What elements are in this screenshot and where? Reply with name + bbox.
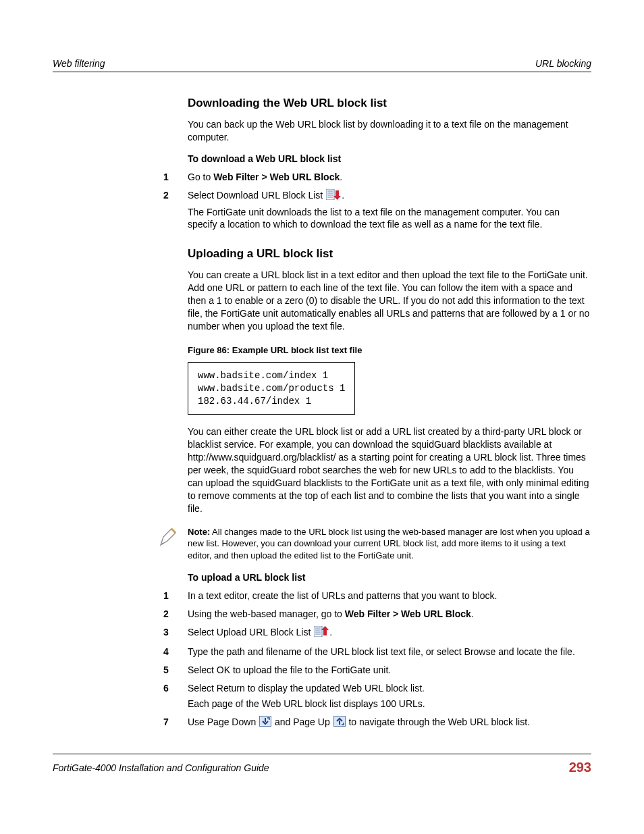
download-list-icon [326,189,341,203]
step-sub-text: The FortiGate unit downloads the list to… [188,206,591,232]
footer-title: FortiGate-4000 Installation and Configur… [53,762,269,773]
note-pencil-icon [157,526,188,562]
upload-list-icon [314,626,329,640]
proc-title-upload: To upload a URL block list [188,572,591,583]
section-title-uploading: Uploading a URL block list [188,247,591,261]
step-body: Select Upload URL Block List . [188,626,591,640]
header-left: Web filtering [53,58,105,69]
footer-rule [53,754,591,754]
page: Web filtering URL blocking Downloading t… [0,0,644,802]
menu-path: Web Filter > Web URL Block [345,608,471,619]
step-text: and Page Up [275,716,333,727]
proc-title-download: To download a Web URL block list [188,153,591,164]
section1-intro: You can back up the Web URL block list b… [188,118,591,144]
note-block: Note: All changes made to the URL block … [157,526,591,562]
step-text: Using the web-based manager, go to [188,608,345,619]
page-footer: FortiGate-4000 Installation and Configur… [53,760,591,775]
page-number: 293 [569,760,591,775]
note-label: Note: [188,527,210,537]
step-body: Using the web-based manager, go to Web F… [188,608,591,621]
step-number: 2 [163,608,188,621]
step-text: Select Upload URL Block List [188,627,313,637]
step-text: Select Return to display the updated Web… [188,683,425,694]
list-item: 1 Go to Web Filter > Web URL Block. [188,171,591,184]
step-body: Select Download URL Block List . The For… [188,189,591,232]
step-text: . [471,608,474,619]
list-item: 4 Type the path and filename of the URL … [188,646,591,658]
list-item: 7 Use Page Down and Page Up [188,716,591,730]
step-number: 6 [163,682,188,710]
step-number: 7 [163,716,188,730]
step-text: Select Download URL Block List [188,190,325,201]
step-text: . [342,190,344,201]
header-rule [53,72,591,72]
note-body-text: All changes made to the URL block list u… [188,527,590,561]
step-body: Select OK to upload the file to the Fort… [188,664,591,677]
step-body: Type the path and filename of the URL bl… [188,646,591,658]
step-number: 1 [163,171,188,184]
list-item: 1 In a text editor, create the list of U… [188,590,591,602]
step-body: Go to Web Filter > Web URL Block. [188,171,591,184]
step-sub-text: Each page of the Web URL block list disp… [188,698,591,710]
content-area: Downloading the Web URL block list You c… [188,97,591,729]
list-item: 2 Using the web-based manager, go to Web… [188,608,591,621]
step-text: to navigate through the Web URL block li… [348,716,529,727]
page-header: Web filtering URL blocking [53,58,591,69]
code-example: www.badsite.com/index 1 www.badsite.com/… [188,362,355,415]
page-down-icon [259,716,271,730]
step-number: 1 [163,590,188,602]
list-item: 2 Select Download URL Block List . The F… [188,189,591,232]
step-text: Use Page Down [188,716,259,727]
page-up-icon [333,716,346,730]
step-text: Go to [188,172,213,182]
step-number: 5 [163,664,188,677]
step-text: . [329,627,332,637]
step-body: In a text editor, create the list of URL… [188,590,591,602]
list-item: 6 Select Return to display the updated W… [188,682,591,710]
svg-rect-0 [326,189,334,200]
section-title-downloading: Downloading the Web URL block list [188,97,591,110]
step-number: 4 [163,646,188,658]
header-right: URL blocking [535,58,591,69]
figure-caption: Figure 86: Example URL block list text f… [188,345,591,355]
step-number: 2 [163,189,188,232]
step-body: Select Return to display the updated Web… [188,682,591,710]
list-item: 5 Select OK to upload the file to the Fo… [188,664,591,677]
note-text: Note: All changes made to the URL block … [188,526,591,562]
section2-after: You can either create the URL block list… [188,425,591,515]
step-number: 3 [163,626,188,640]
step-text: . [340,172,342,182]
section2-intro: You can create a URL block list in a tex… [188,269,591,332]
svg-rect-5 [314,626,322,637]
step-body: Use Page Down and Page Up [188,716,591,730]
menu-path: Web Filter > Web URL Block [213,172,340,182]
list-item: 3 Select Upload URL Block List . [188,626,591,640]
